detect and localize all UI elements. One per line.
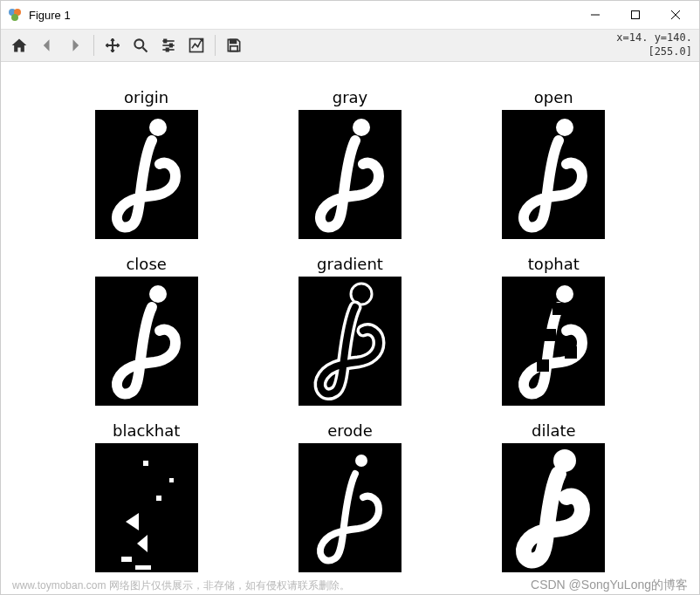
titlebar: Figure 1: [1, 1, 699, 29]
svg-rect-32: [156, 496, 161, 501]
svg-point-20: [556, 119, 573, 136]
svg-point-35: [355, 455, 367, 467]
subplot-title: gray: [333, 88, 368, 106]
subplot-image: [299, 443, 401, 572]
subplot-title: gradient: [317, 255, 383, 273]
subplot-cell: blackhat: [71, 421, 222, 572]
axes-button[interactable]: [183, 33, 209, 58]
svg-point-19: [353, 119, 370, 136]
subplot-title: erode: [327, 421, 373, 440]
figure-canvas[interactable]: origin gray open close gradient tophat: [1, 62, 699, 575]
watermark-left: www.toymoban.com 网络图片仅供展示，非存储，如有侵权请联系删除。: [12, 578, 350, 593]
coordinates-display: x=14. y=140. [255.0]: [616, 31, 692, 58]
subplot-grid: origin gray open close gradient tophat: [71, 88, 629, 566]
svg-rect-27: [565, 346, 577, 359]
subplot-cell: tophat: [478, 255, 629, 406]
svg-rect-16: [230, 39, 237, 43]
svg-point-2: [11, 14, 18, 21]
svg-rect-28: [143, 461, 148, 466]
subplot-cell: gray: [274, 88, 425, 239]
svg-rect-4: [632, 11, 640, 19]
svg-rect-26: [537, 359, 549, 372]
home-button[interactable]: [6, 33, 32, 58]
svg-line-8: [143, 48, 148, 52]
svg-point-23: [556, 285, 573, 303]
zoom-button[interactable]: [127, 33, 154, 58]
svg-rect-24: [552, 303, 565, 315]
svg-point-21: [149, 285, 167, 303]
subplot-title: close: [126, 255, 166, 273]
subplot-title: origin: [124, 88, 168, 106]
svg-rect-34: [135, 565, 151, 570]
save-button[interactable]: [221, 33, 247, 58]
svg-point-7: [134, 39, 143, 48]
subplot-image: [502, 277, 605, 406]
svg-marker-30: [137, 535, 148, 552]
watermark-right: CSDN @SongYuLong的博客: [531, 578, 688, 593]
close-button[interactable]: [655, 2, 696, 28]
forward-button[interactable]: [62, 33, 88, 58]
app-icon: [8, 8, 22, 22]
svg-rect-25: [544, 329, 556, 341]
pan-button[interactable]: [100, 33, 126, 58]
window-title: Figure 1: [29, 9, 575, 22]
separator: [93, 35, 94, 56]
subplot-cell: close: [71, 255, 222, 406]
coords-xy: x=14. y=140.: [616, 31, 692, 44]
svg-marker-29: [126, 513, 139, 530]
svg-rect-13: [170, 44, 173, 46]
maximize-button[interactable]: [615, 2, 655, 28]
subplot-image: [502, 443, 605, 572]
subplot-cell: origin: [71, 88, 222, 239]
svg-rect-17: [230, 46, 237, 51]
subplot-image: [95, 277, 198, 406]
subplot-image: [299, 277, 401, 406]
subplot-image: [95, 110, 198, 239]
subplot-title: blackhat: [113, 421, 180, 440]
subplot-title: tophat: [528, 255, 580, 273]
coords-value: [255.0]: [616, 44, 692, 58]
subplot-cell: erode: [274, 421, 425, 572]
svg-rect-33: [169, 478, 174, 482]
svg-rect-31: [121, 557, 132, 562]
toolbar: x=14. y=140. [255.0]: [1, 29, 699, 62]
subplot-cell: gradient: [274, 255, 425, 406]
subplot-title: dilate: [532, 421, 576, 440]
svg-rect-12: [164, 39, 167, 42]
back-button[interactable]: [34, 33, 60, 58]
window-controls: [575, 2, 696, 28]
subplot-cell: open: [478, 88, 629, 239]
subplot-image: [299, 110, 401, 239]
subplot-cell: dilate: [478, 421, 629, 572]
configure-button[interactable]: [155, 33, 182, 58]
watermark: www.toymoban.com 网络图片仅供展示，非存储，如有侵权请联系删除。…: [0, 576, 700, 595]
svg-rect-14: [167, 48, 169, 51]
subplot-title: open: [534, 88, 573, 106]
subplot-image: [95, 443, 198, 572]
separator: [215, 35, 216, 56]
minimize-button[interactable]: [575, 2, 615, 28]
svg-point-18: [149, 119, 167, 136]
subplot-image: [502, 110, 605, 239]
